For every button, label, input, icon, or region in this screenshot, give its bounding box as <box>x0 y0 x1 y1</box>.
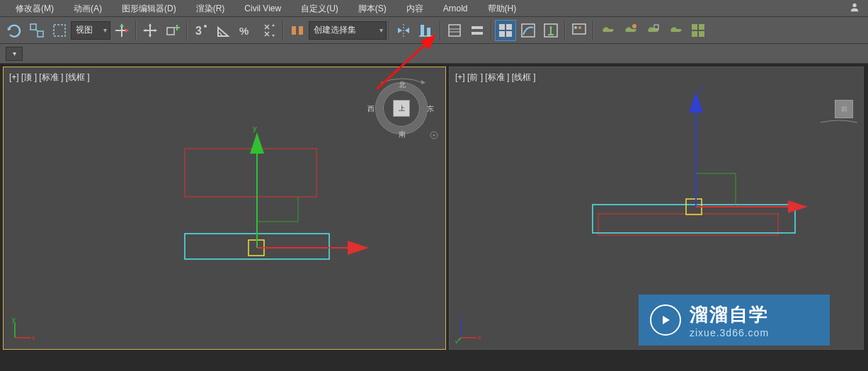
toolbar-separator <box>186 21 188 40</box>
align-button[interactable] <box>416 20 437 41</box>
viewport-top-scene: y <box>4 67 445 349</box>
svg-text:z: z <box>458 316 462 323</box>
toolbar-separator <box>440 21 441 40</box>
menu-bar: 修改器(M) 动画(A) 图形编辑器(D) 渲染(R) Civil View 自… <box>0 0 868 17</box>
dope-sheet-button[interactable] <box>540 20 561 41</box>
svg-rect-23 <box>522 24 535 37</box>
svg-text:y: y <box>455 338 458 343</box>
svg-rect-14 <box>449 25 460 36</box>
svg-rect-9 <box>292 26 296 35</box>
menu-civil-view[interactable]: Civil View <box>234 0 291 17</box>
menu-customize[interactable]: 自定义(U) <box>291 0 348 17</box>
menu-scripting[interactable]: 脚本(S) <box>348 0 396 17</box>
viewport-top[interactable]: [+] [顶 ] [标准 ] [线框 ] 上 北 南 东 西 <box>3 67 446 350</box>
attach-button[interactable] <box>162 20 183 41</box>
render-activeshade-button[interactable] <box>687 20 709 41</box>
svg-rect-12 <box>427 28 430 36</box>
viewport-dropdown[interactable]: 视图 <box>71 21 110 40</box>
menu-graph-editors[interactable]: 图形编辑器(D) <box>112 0 186 17</box>
material-editor-button[interactable] <box>569 20 590 41</box>
svg-point-27 <box>578 26 581 29</box>
layer-explorer-button[interactable] <box>444 20 465 41</box>
menu-arnold[interactable]: Arnold <box>433 0 478 17</box>
svg-point-26 <box>574 26 577 29</box>
schematic-view-button[interactable] <box>495 20 516 41</box>
snap-3-button[interactable]: 3 <box>190 20 212 41</box>
svg-text:x: x <box>32 334 35 341</box>
toolbar-separator <box>593 21 594 40</box>
percent-snap-button[interactable]: % <box>236 20 257 41</box>
curve-editor-button[interactable] <box>518 20 539 41</box>
spinner-snap-button[interactable] <box>258 20 280 41</box>
toolbar-separator <box>564 21 566 40</box>
svg-rect-10 <box>299 26 303 35</box>
select-move-button[interactable] <box>111 20 132 41</box>
menu-content[interactable]: 内容 <box>396 0 433 17</box>
viewport-top-label[interactable]: [+] [顶 ] [标准 ] [线框 ] <box>9 72 90 84</box>
secondary-toolbar: ▾ <box>0 44 868 64</box>
svg-text:z: z <box>699 84 704 93</box>
toolbar-separator <box>389 21 390 40</box>
svg-marker-59 <box>788 200 808 213</box>
svg-rect-18 <box>472 32 483 35</box>
move-button[interactable] <box>139 20 161 41</box>
svg-line-62 <box>458 338 461 341</box>
svg-rect-22 <box>506 31 512 37</box>
axis-gizmo-top: y x <box>9 315 38 343</box>
svg-marker-68 <box>663 316 670 324</box>
main-toolbar: 视图 3 % 创建选择集 <box>0 17 868 44</box>
svg-marker-56 <box>689 91 703 113</box>
render-frame-window-button[interactable] <box>619 20 641 41</box>
menu-rendering[interactable]: 渲染(R) <box>186 0 235 17</box>
watermark: 溜溜自学 zixue.3d66.com <box>639 295 830 346</box>
svg-rect-5 <box>167 28 174 35</box>
svg-line-3 <box>36 30 38 31</box>
render-setup-button[interactable] <box>597 20 618 41</box>
menu-animation[interactable]: 动画(A) <box>64 0 112 17</box>
user-icon[interactable] <box>847 2 862 14</box>
svg-text:y: y <box>12 316 16 323</box>
toolbar-separator <box>491 21 492 40</box>
svg-rect-29 <box>654 25 658 29</box>
render-iterative-button[interactable] <box>665 20 686 41</box>
mirror-button[interactable] <box>393 20 414 41</box>
svg-rect-11 <box>421 25 424 36</box>
axis-gizmo-front: z x y <box>455 315 484 343</box>
svg-marker-42 <box>250 132 264 154</box>
svg-point-0 <box>852 4 856 7</box>
svg-rect-20 <box>506 24 512 30</box>
svg-rect-51 <box>593 205 795 233</box>
svg-point-7 <box>204 25 207 28</box>
svg-text:%: % <box>239 25 249 37</box>
selection-region-button[interactable] <box>49 20 70 41</box>
svg-rect-2 <box>38 31 43 37</box>
svg-rect-21 <box>499 31 505 37</box>
menubar-right <box>847 2 862 14</box>
viewport-front-label[interactable]: [+] [前 ] [标准 ] [线框 ] <box>455 72 536 84</box>
svg-rect-33 <box>699 31 704 37</box>
svg-rect-30 <box>692 24 697 30</box>
svg-text:x: x <box>478 334 481 341</box>
watermark-url: zixue.3d66.com <box>690 327 769 338</box>
svg-marker-45 <box>348 241 369 255</box>
link-button[interactable] <box>26 20 47 41</box>
svg-rect-35 <box>185 149 316 197</box>
svg-rect-19 <box>499 24 505 30</box>
svg-rect-17 <box>472 26 483 29</box>
svg-rect-1 <box>30 24 36 30</box>
undo-button[interactable] <box>4 20 25 41</box>
svg-text:y: y <box>253 124 257 132</box>
watermark-logo-icon <box>650 304 681 336</box>
named-selection-button[interactable] <box>287 20 308 41</box>
menu-help[interactable]: 帮助(H) <box>478 0 527 17</box>
svg-rect-4 <box>54 25 65 36</box>
toggle-layer-button[interactable] <box>467 20 488 41</box>
toolbar-separator <box>135 21 137 40</box>
svg-rect-50 <box>598 214 778 235</box>
script-dropdown-button[interactable]: ▾ <box>6 47 23 61</box>
angle-snap-button[interactable] <box>213 20 234 41</box>
selection-set-dropdown[interactable]: 创建选择集 <box>309 21 387 40</box>
svg-rect-31 <box>699 24 704 30</box>
menu-modifiers[interactable]: 修改器(M) <box>6 0 64 17</box>
render-production-button[interactable] <box>642 20 663 41</box>
